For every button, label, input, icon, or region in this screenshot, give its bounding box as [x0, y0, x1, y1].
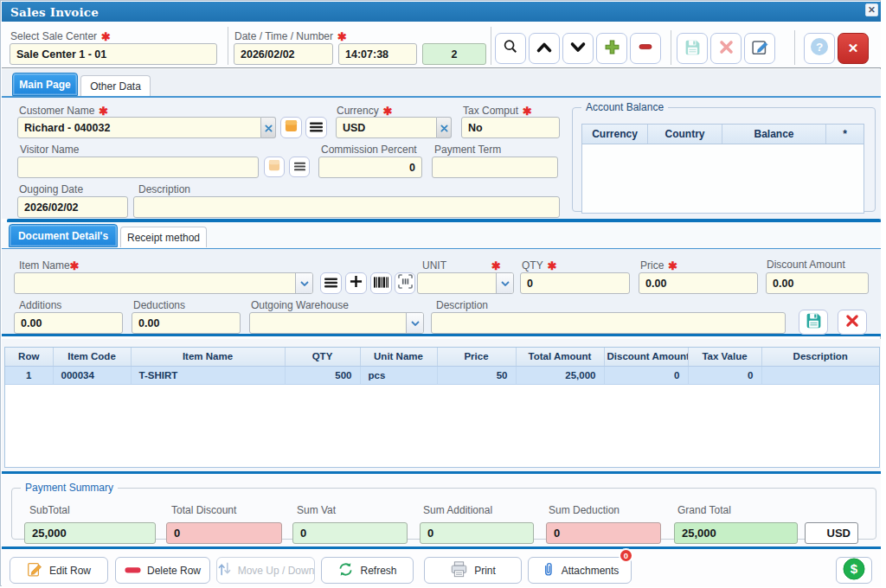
item-add-button[interactable] — [345, 272, 367, 294]
column-header[interactable]: Unit Name — [360, 348, 437, 366]
menu-icon — [294, 159, 305, 175]
cell-description[interactable] — [761, 366, 879, 384]
cell-qty[interactable]: 500 — [285, 366, 360, 384]
grid-data-row[interactable]: 1 000034 T-SHIRT 500 pcs 50 25,000 0 0 — [5, 366, 879, 384]
add-record-button[interactable] — [596, 33, 627, 64]
price-input[interactable] — [639, 272, 758, 294]
currency-clear-button[interactable] — [437, 117, 452, 138]
additions-input[interactable] — [14, 312, 123, 334]
cell-price[interactable]: 50 — [437, 366, 516, 384]
attachments-button[interactable]: Attachments 0 — [528, 557, 632, 584]
row-cancel-button[interactable] — [838, 310, 867, 335]
folder-icon — [268, 159, 280, 175]
cell-item-code[interactable]: 000034 — [53, 366, 131, 384]
column-header[interactable]: Discount Amount — [604, 348, 688, 366]
cell-discount-amount[interactable]: 0 — [604, 366, 688, 384]
sale-center-input[interactable] — [10, 43, 217, 65]
print-button[interactable]: Print — [424, 557, 522, 584]
barcode-button[interactable] — [370, 272, 392, 294]
sum-vat-value: 0 — [292, 522, 408, 544]
footer-bar: Edit Row Delete Row Move Up / Down Refre… — [2, 546, 881, 587]
scan-frame-icon — [398, 274, 413, 292]
qty-label: QTY✱ — [522, 259, 557, 272]
number-input[interactable] — [422, 43, 486, 65]
close-form-button[interactable]: ✕ — [838, 33, 869, 64]
commission-percent-input[interactable] — [318, 157, 422, 178]
scan-button[interactable] — [395, 272, 415, 294]
dropdown-chevron-icon[interactable] — [295, 273, 312, 293]
refresh-button[interactable]: Refresh — [321, 557, 414, 584]
deductions-input[interactable] — [132, 312, 241, 334]
visitor-lookup-button[interactable] — [264, 157, 285, 177]
outgoing-warehouse-combo[interactable] — [249, 312, 424, 334]
customer-menu-button[interactable] — [305, 117, 327, 138]
column-header[interactable]: QTY — [285, 348, 360, 366]
refresh-icon — [337, 561, 354, 580]
sales-invoice-window: Sales Invoice ✕ Select Sale Center✱ Date… — [0, 0, 881, 586]
edit-pencil-icon — [751, 38, 769, 60]
discount-amount-input[interactable] — [766, 272, 869, 294]
cell-tax-value[interactable]: 0 — [688, 366, 761, 384]
edit-row-button[interactable]: Edit Row — [10, 557, 108, 584]
column-header[interactable]: Description — [761, 348, 879, 366]
next-record-button[interactable] — [562, 33, 594, 64]
payment-summary-title: Payment Summary — [21, 482, 118, 494]
item-menu-button[interactable] — [320, 272, 342, 294]
item-entry-section: Item Name✱ UNIT✱ QTY✱ Price✱ Discount Am… — [2, 249, 881, 336]
save-button[interactable] — [677, 33, 708, 64]
customer-clear-button[interactable] — [261, 117, 276, 138]
cell-unit-name[interactable]: pcs — [360, 366, 437, 384]
subtotal-label: SubTotal — [29, 504, 70, 516]
grid-header-row: Row Item Code Item Name QTY Unit Name Pr… — [5, 348, 879, 366]
move-up-down-button[interactable]: Move Up / Down — [216, 557, 315, 584]
item-name-combo[interactable] — [14, 272, 313, 294]
money-button[interactable]: $ — [836, 557, 872, 584]
outgoing-date-input[interactable] — [17, 196, 128, 218]
minus-icon — [637, 38, 654, 59]
column-header[interactable]: Tax Value — [688, 348, 761, 366]
tab-main-page[interactable]: Main Page — [12, 73, 78, 96]
currency-input[interactable] — [336, 117, 437, 138]
visitor-name-input[interactable] — [17, 157, 259, 178]
help-button[interactable]: ? — [804, 33, 835, 64]
tax-comput-input[interactable] — [461, 117, 560, 138]
payment-term-input[interactable] — [432, 157, 558, 178]
visitor-menu-button[interactable] — [289, 157, 310, 177]
dropdown-chevron-icon[interactable] — [406, 313, 423, 333]
column-header[interactable]: Row — [5, 348, 53, 366]
tab-document-details[interactable]: Document Detail's — [9, 224, 118, 247]
column-header[interactable]: Total Amount — [516, 348, 604, 366]
window-close-icon[interactable]: ✕ — [865, 3, 878, 16]
plus-icon — [350, 275, 363, 291]
plus-icon — [604, 39, 620, 59]
time-input[interactable] — [338, 43, 417, 65]
tab-receipt-method[interactable]: Receipt method — [120, 227, 207, 247]
search-button[interactable] — [495, 33, 526, 64]
date-input[interactable] — [234, 43, 333, 65]
cell-total-amount[interactable]: 25,000 — [516, 366, 604, 384]
delete-row-button[interactable]: Delete Row — [115, 557, 210, 584]
column-header[interactable]: Item Name — [131, 348, 285, 366]
remove-record-button[interactable] — [630, 33, 661, 64]
account-balance-panel: Account Balance Currency Country Balance… — [572, 101, 876, 212]
description-input[interactable] — [133, 196, 560, 218]
qty-input[interactable] — [520, 272, 630, 294]
cell-row[interactable]: 1 — [5, 366, 53, 384]
tab-other-data[interactable]: Other Data — [80, 75, 151, 96]
chevron-up-icon — [536, 41, 553, 57]
column-header[interactable]: Price — [437, 348, 516, 366]
dropdown-chevron-icon[interactable] — [496, 273, 513, 293]
row-save-button[interactable] — [799, 310, 828, 335]
unit-combo[interactable] — [417, 272, 514, 294]
entry-description-input[interactable] — [431, 312, 786, 334]
delete-record-button[interactable] — [710, 33, 742, 64]
cell-item-name[interactable]: T-SHIRT — [131, 366, 285, 384]
previous-record-button[interactable] — [529, 33, 560, 64]
edit-record-button[interactable] — [744, 33, 775, 64]
outgoing-warehouse-label: Outgoing Warehouse — [251, 299, 349, 311]
grand-total-value: 25,000 — [674, 522, 798, 544]
customer-lookup-button[interactable] — [280, 117, 302, 138]
customer-name-input[interactable] — [17, 117, 261, 138]
required-asterisk: ✱ — [548, 259, 557, 272]
column-header[interactable]: Item Code — [53, 348, 131, 366]
